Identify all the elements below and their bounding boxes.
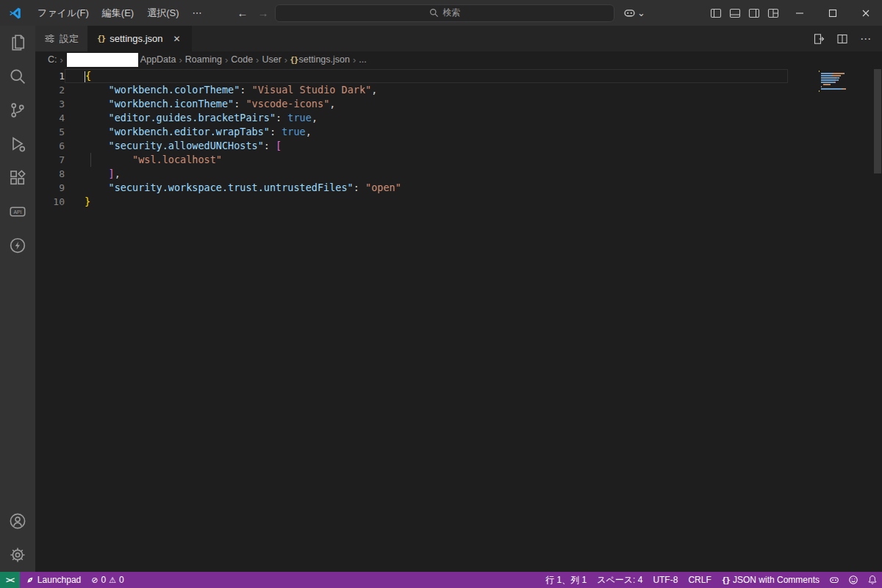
breadcrumb-item-file[interactable]: settings.json: [298, 54, 350, 65]
maximize-button[interactable]: [816, 0, 849, 26]
language-label: JSON with Comments: [733, 575, 820, 585]
code-line[interactable]: 5 "workbench.editor.wrapTabs": true,: [35, 125, 882, 139]
status-bar: >< Launchpad ⊘ 0 ⚠ 0 行 1、列 1 スペース: 4 UTF…: [0, 572, 882, 588]
breadcrumb-item-folder[interactable]: Code: [230, 54, 254, 65]
extensions-icon[interactable]: [0, 161, 35, 195]
copilot-menu-button[interactable]: ⌄: [623, 7, 645, 19]
remote-indicator[interactable]: ><: [0, 572, 20, 588]
code-line[interactable]: 1{: [35, 69, 882, 83]
close-tab-icon[interactable]: ✕: [172, 34, 182, 44]
notifications-bell-icon[interactable]: [863, 572, 882, 588]
error-count: 0: [101, 575, 106, 585]
vscode-logo-icon: [9, 6, 24, 21]
search-sidebar-icon[interactable]: [0, 60, 35, 93]
menu-file[interactable]: ファイル(F): [31, 0, 96, 26]
breadcrumb-item-folder[interactable]: User: [261, 54, 282, 65]
breadcrumb-item-folder[interactable]: Roaming: [184, 54, 223, 65]
encoding-item[interactable]: UTF-8: [648, 572, 683, 588]
close-window-button[interactable]: [849, 0, 882, 26]
launchpad-label: Launchpad: [37, 575, 81, 585]
line-number: 9: [35, 181, 65, 195]
line-content: "workbench.editor.wrapTabs": true,: [65, 125, 788, 139]
tab-label: 設定: [60, 32, 79, 46]
tab-settings-json[interactable]: {} settings.json ✕: [88, 26, 192, 51]
minimap[interactable]: [819, 71, 872, 93]
launchpad-item[interactable]: Launchpad: [20, 572, 86, 588]
breadcrumb-item-folder[interactable]: AppData: [140, 54, 177, 65]
command-center-search[interactable]: 検索: [275, 4, 614, 22]
rocket-icon: [25, 576, 35, 585]
history-back-button[interactable]: ←: [234, 7, 251, 19]
more-actions-button[interactable]: ⋯: [860, 32, 872, 46]
open-settings-ui-icon[interactable]: [813, 33, 825, 45]
editor[interactable]: 1{2 "workbench.colorTheme": "Visual Stud…: [35, 68, 882, 572]
json-braces-icon: {}: [290, 55, 298, 65]
split-editor-icon[interactable]: [836, 33, 848, 45]
line-number: 8: [35, 167, 65, 181]
breadcrumb-separator: ›: [179, 54, 182, 65]
line-number: 7: [35, 153, 65, 167]
code-line[interactable]: 4 "editor.guides.bracketPairs": true,: [35, 111, 882, 125]
toggle-secondary-sidebar-icon[interactable]: [745, 0, 764, 26]
code-line[interactable]: 3 "workbench.iconTheme": "vscode-icons",: [35, 97, 882, 111]
language-mode-item[interactable]: {} JSON with Comments: [717, 572, 825, 588]
line-number: 2: [35, 83, 65, 97]
vscode-window: ファイル(F) 編集(E) 選択(S) ⋯ ← → 検索 ⌄: [0, 0, 882, 588]
breadcrumb-separator: ›: [256, 54, 259, 65]
code-line[interactable]: 2 "workbench.colorTheme": "Visual Studio…: [35, 83, 882, 97]
code-line[interactable]: 8 ],: [35, 167, 882, 181]
line-content: "wsl.localhost": [65, 153, 788, 167]
breadcrumb-item-drive[interactable]: C:: [47, 54, 58, 65]
tab-label: settings.json: [110, 33, 162, 44]
thunder-client-icon[interactable]: [0, 229, 35, 262]
customize-layout-icon[interactable]: [764, 0, 783, 26]
line-content: "editor.guides.bracketPairs": true,: [65, 111, 788, 125]
feedback-smiley-icon[interactable]: [844, 572, 863, 588]
run-debug-icon[interactable]: [0, 127, 35, 161]
json-braces-icon: {}: [722, 576, 730, 585]
eol-item[interactable]: CRLF: [683, 572, 716, 588]
warning-icon: ⚠: [109, 576, 116, 585]
line-content: "security.allowedUNCHosts": [: [65, 139, 788, 153]
tab-settings[interactable]: 設定: [35, 26, 88, 51]
breadcrumb-separator: ›: [225, 54, 228, 65]
toggle-panel-icon[interactable]: [725, 0, 745, 26]
code-line[interactable]: 6 "security.allowedUNCHosts": [: [35, 139, 882, 153]
indentation-item[interactable]: スペース: 4: [592, 572, 648, 588]
copilot-status-icon[interactable]: [825, 572, 844, 588]
copilot-icon: [623, 7, 636, 19]
account-icon[interactable]: [0, 504, 35, 538]
breadcrumb-overflow[interactable]: ...: [358, 54, 367, 65]
menu-edit[interactable]: 編集(E): [96, 0, 140, 26]
api-client-icon[interactable]: API: [0, 195, 35, 229]
tab-bar: 設定 {} settings.json ✕ ⋯: [35, 26, 882, 51]
code-line[interactable]: 10}: [35, 195, 882, 209]
breadcrumb-separator: ›: [284, 54, 287, 65]
explorer-icon[interactable]: [0, 26, 35, 60]
cursor-position-item[interactable]: 行 1、列 1: [540, 572, 592, 588]
menu-more-button[interactable]: ⋯: [186, 0, 209, 26]
title-bar-controls: [706, 0, 882, 26]
menu-selection[interactable]: 選択(S): [140, 0, 185, 26]
chevron-down-icon: ⌄: [637, 7, 645, 18]
scrollbar[interactable]: [874, 69, 881, 173]
source-control-icon[interactable]: [0, 93, 35, 127]
json-braces-icon: {}: [97, 34, 105, 43]
toggle-primary-sidebar-icon[interactable]: [706, 0, 725, 26]
settings-sliders-icon: [44, 33, 55, 44]
code-line[interactable]: 9 "security.workspace.trust.untrustedFil…: [35, 181, 882, 195]
search-icon: [429, 8, 439, 18]
editor-actions: ⋯: [813, 26, 882, 51]
line-number: 4: [35, 111, 65, 125]
activity-bar: API: [0, 26, 35, 572]
settings-gear-icon[interactable]: [0, 538, 35, 572]
command-center: ← → 検索 ⌄: [234, 0, 645, 26]
breadcrumb: C:›AppData›Roaming›Code›User›{}settings.…: [35, 51, 882, 68]
svg-text:API: API: [13, 209, 21, 215]
line-content: }: [65, 195, 788, 209]
breadcrumb-separator: ›: [60, 54, 63, 65]
code-line[interactable]: 7 "wsl.localhost": [35, 153, 882, 167]
problems-item[interactable]: ⊘ 0 ⚠ 0: [86, 572, 129, 588]
history-forward-button[interactable]: →: [254, 7, 272, 19]
minimize-button[interactable]: [783, 0, 816, 26]
